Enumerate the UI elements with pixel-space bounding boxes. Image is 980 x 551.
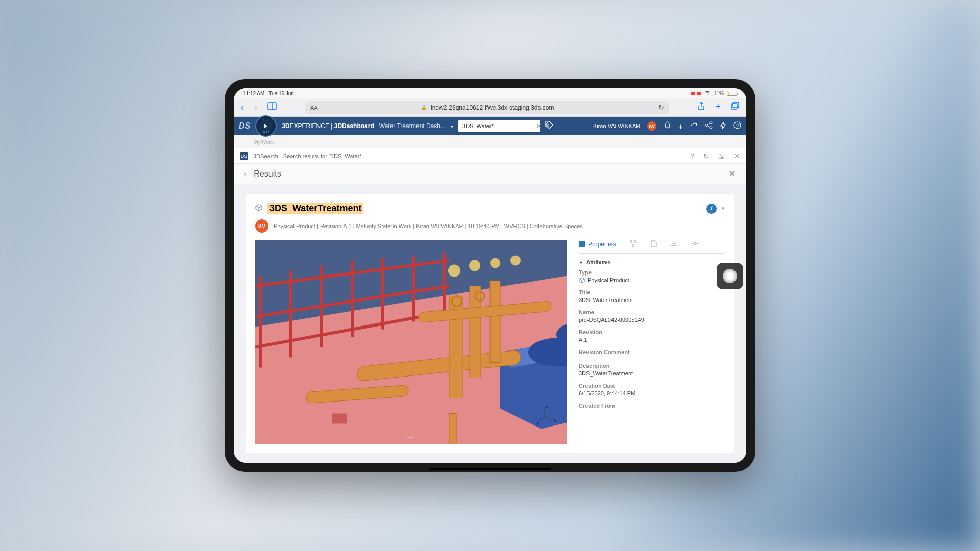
tab-download-icon[interactable]	[670, 240, 678, 249]
svg-line-8	[707, 123, 710, 125]
tab-document-icon[interactable]	[650, 240, 657, 249]
search-results-header: DS 3DSearch - Search results for "3DS_Wa…	[234, 148, 746, 164]
new-tab-icon[interactable]: +	[715, 102, 721, 113]
collapse-arrow-icon: ▼	[579, 260, 583, 265]
search-app-icon: DS	[240, 152, 248, 160]
forward-icon[interactable]: ›	[254, 102, 257, 113]
attr-name-label: Name	[579, 309, 725, 315]
svg-point-37	[448, 265, 460, 277]
secondary-bar: ≡ MyWork +	[234, 135, 746, 148]
owner-avatar: KV	[255, 219, 268, 233]
notification-icon[interactable]	[664, 121, 671, 131]
svg-rect-3	[733, 102, 739, 108]
tab-properties[interactable]: Properties	[579, 241, 616, 248]
assistive-touch-button[interactable]	[717, 263, 743, 289]
compass-icon[interactable]: 3DV.R	[255, 115, 277, 137]
axis-indicator: z x y	[537, 405, 557, 426]
url-text: indw2-23qna10612-ifwe.3dx-staging.3ds.co…	[431, 104, 554, 111]
attr-title-label: Title	[579, 289, 725, 295]
close-panel-icon[interactable]: ✕	[734, 152, 740, 160]
share-app-icon[interactable]	[690, 121, 698, 131]
svg-text:x: x	[554, 419, 556, 423]
attr-name-value: prd-DSQAL042-00005149	[579, 317, 725, 323]
brand-text: 3DEXPERIENCE | 3DDashboard	[282, 122, 374, 130]
svg-line-45	[545, 417, 555, 420]
clear-search-icon[interactable]: ✕	[535, 123, 543, 130]
ds-logo-icon[interactable]: DS	[239, 121, 250, 131]
lock-icon: 🔒	[421, 105, 427, 110]
svg-point-39	[490, 258, 500, 268]
card-dropdown-icon[interactable]: ▾	[722, 205, 725, 212]
attributes-header[interactable]: ▼ Attributes	[579, 260, 725, 265]
add-icon[interactable]: +	[678, 122, 683, 131]
svg-rect-33	[490, 281, 500, 363]
safari-toolbar: ‹ › AA 🔒 indw2-23qna10612-ifwe.3dx-stagi…	[234, 98, 746, 117]
app-top-bar: DS 3DV.R 3DEXPERIENCE | 3DDashboard Wate…	[234, 117, 746, 135]
attr-revcomment-label: Revision Comment	[579, 349, 725, 355]
svg-point-52	[632, 245, 634, 247]
attr-revision-label: Revision	[579, 329, 725, 335]
svg-line-9	[707, 126, 710, 127]
svg-text:y: y	[537, 420, 539, 425]
attr-type-value: Physical Product	[579, 277, 725, 283]
svg-line-53	[631, 242, 633, 245]
properties-panel: Properties	[579, 240, 725, 444]
network-share-icon[interactable]	[705, 121, 713, 131]
result-card: 3DS_WaterTreatment i ▾ KV Physical Produ…	[246, 194, 734, 453]
svg-rect-43	[332, 414, 347, 424]
dashboard-dropdown-icon[interactable]: ▾	[451, 123, 453, 129]
svg-point-51	[634, 240, 636, 242]
main-content: 3DS_WaterTreatment i ▾ KV Physical Produ…	[234, 184, 746, 463]
svg-point-6	[710, 122, 712, 124]
recording-indicator[interactable]	[691, 92, 701, 95]
bookmarks-icon[interactable]	[267, 102, 277, 113]
refresh-panel-icon[interactable]: ↻	[703, 152, 709, 160]
back-icon[interactable]: ‹	[241, 102, 244, 113]
share-icon[interactable]	[698, 102, 705, 113]
results-close-icon[interactable]: ✕	[728, 168, 736, 180]
battery-icon	[727, 91, 737, 96]
card-metadata: Physical Product | Revision:A.1 | Maturi…	[274, 223, 583, 229]
tab-relations-icon[interactable]	[629, 240, 637, 249]
3d-viewer[interactable]: z x y ︿	[255, 240, 567, 444]
properties-grid-icon	[579, 241, 585, 247]
tabs-icon[interactable]	[731, 102, 739, 113]
svg-point-5	[705, 124, 707, 127]
sec-item[interactable]: ≡	[240, 139, 243, 145]
attr-cfrom-label: Created From	[579, 403, 725, 409]
attr-desc-label: Description	[579, 363, 725, 369]
sec-add[interactable]: +	[284, 139, 287, 145]
mywork-tab[interactable]: MyWork	[253, 139, 274, 145]
text-size-icon[interactable]: AA	[310, 105, 318, 111]
help-icon[interactable]: ?	[733, 121, 741, 131]
svg-point-55	[694, 242, 696, 245]
info-icon[interactable]: i	[706, 204, 717, 214]
svg-point-7	[710, 127, 712, 129]
ios-date: Tue 16 Jun	[268, 91, 294, 96]
user-name[interactable]: Kiran VALVANKAR	[593, 123, 640, 129]
reload-icon[interactable]: ↻	[658, 104, 664, 111]
wifi-icon	[704, 91, 710, 96]
ios-status-bar: 11:12 AM Tue 16 Jun 11%	[234, 88, 746, 98]
search-box[interactable]: ✕ 🔍	[458, 120, 540, 132]
card-title: 3DS_WaterTreatment	[267, 203, 363, 214]
results-back-icon[interactable]: ‹	[244, 169, 247, 179]
user-avatar[interactable]: KV	[647, 121, 656, 131]
tag-icon[interactable]	[545, 121, 553, 131]
viewer-expand-icon[interactable]: ︿	[407, 432, 414, 441]
ios-time: 11:12 AM	[243, 91, 264, 96]
svg-point-50	[630, 240, 632, 242]
lightning-icon[interactable]	[720, 121, 726, 131]
dashboard-name[interactable]: Water Treatment Dash...	[379, 122, 446, 130]
product-cube-icon	[255, 204, 262, 213]
tab-settings-icon[interactable]	[691, 240, 699, 249]
popout-panel-icon[interactable]: ⇲	[719, 152, 725, 160]
svg-point-4	[547, 122, 548, 123]
search-header-title: 3DSearch - Search results for "3DS_Water…	[253, 153, 363, 159]
svg-rect-36	[449, 414, 456, 445]
svg-rect-32	[470, 286, 481, 378]
attr-cdate-value: 6/15/2020, 9:44:14 PM	[579, 390, 725, 396]
address-bar[interactable]: AA 🔒 indw2-23qna10612-ifwe.3dx-staging.3…	[305, 101, 669, 114]
search-input[interactable]	[460, 123, 535, 129]
help-panel-icon[interactable]: ?	[690, 152, 694, 160]
